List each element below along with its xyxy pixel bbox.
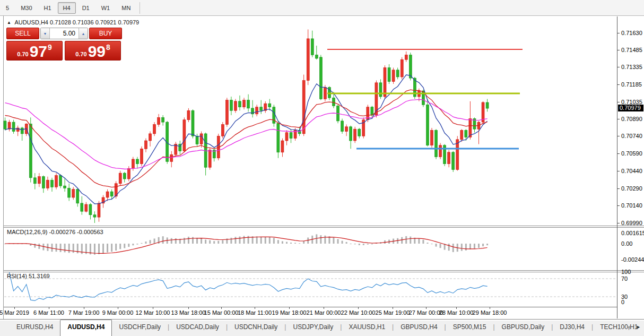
tab-scroll-right-icon[interactable]: ► — [636, 324, 641, 330]
symbol-tab-eurusdh4[interactable]: EURUSD,H4 — [10, 321, 60, 336]
volume-spinner: ▼ 5.00 ▲ — [40, 28, 88, 39]
time-tick — [49, 307, 49, 309]
time-axis-label: 6 Mar 11:00 — [33, 309, 64, 316]
price-axis-label: 0.69990 — [621, 220, 642, 226]
buy-button[interactable]: BUY — [89, 28, 122, 39]
sell-price-pip: 9 — [48, 43, 52, 51]
volume-input[interactable]: 5.00 — [50, 28, 79, 39]
time-tick — [358, 307, 359, 309]
price-axis[interactable]: 0.70979 0.716300.714850.713350.711850.71… — [617, 16, 644, 318]
chart-symbol-label: AUDUSD,H4 — [14, 19, 48, 25]
axis-tick — [617, 102, 620, 102]
symbol-tab-usdchfdaily[interactable]: USDCHF,Daily — [112, 321, 168, 336]
symbol-tab-gbpusdh4[interactable]: GBPUSD,H4 — [394, 321, 444, 336]
axis-tick — [617, 171, 620, 171]
symbol-tab-bar: EURUSD,H4AUDUSD,H4USDCHF,Daily|USDCAD,Da… — [0, 321, 644, 336]
axis-tick — [617, 188, 620, 189]
volume-increase-button[interactable]: ▲ — [79, 28, 88, 39]
symbol-tab-usdcaddaily[interactable]: USDCAD,Daily — [169, 321, 226, 336]
macd-axis-label: 0.00 — [621, 240, 632, 247]
buy-price-prefix: 0.70 — [75, 51, 86, 57]
price-axis-label: 0.71630 — [621, 30, 642, 36]
symbol-tab-xauusdh1[interactable]: XAUUSD,H1 — [342, 321, 392, 336]
time-axis-label: 18 Mar 11:00 — [238, 309, 272, 316]
time-tick — [456, 307, 457, 309]
time-tick — [118, 307, 118, 309]
time-tick — [153, 307, 153, 309]
sell-button[interactable]: SELL — [6, 28, 39, 39]
timeframe-button-w1[interactable]: W1 — [96, 2, 116, 14]
symbol-tab-usdcnhdaily[interactable]: USDCNH,Daily — [228, 321, 284, 336]
chart-window-border — [3, 16, 4, 321]
symbol-tab-usdjpydaily[interactable]: USDJPY,Daily — [286, 321, 340, 336]
buy-price-main: 99 — [88, 44, 106, 59]
pane-separator[interactable] — [4, 272, 644, 272]
time-tick — [84, 307, 84, 309]
price-axis-label: 0.70740 — [621, 133, 642, 139]
timeframe-button-d1[interactable]: D1 — [77, 2, 95, 14]
rsi-value: 51.3169 — [29, 273, 50, 279]
axis-tick — [617, 33, 620, 33]
symbol-tab-dj30h4[interactable]: DJ30,H4 — [553, 321, 591, 336]
time-axis-label: 29 Mar 18:00 — [473, 309, 507, 316]
symbol-tab-sp500m15[interactable]: SP500,M15 — [446, 321, 493, 336]
axis-tick — [617, 153, 620, 154]
pane-separator[interactable] — [4, 270, 644, 271]
buy-price-display[interactable]: 0.70 99 8 — [65, 41, 121, 61]
time-tick — [393, 307, 393, 309]
timeframe-button-m30[interactable]: M30 — [15, 2, 37, 14]
timeframe-button-5[interactable]: 5 — [1, 2, 14, 14]
axis-tick — [617, 84, 620, 85]
time-tick — [289, 307, 290, 309]
timeframe-button-h4[interactable]: H4 — [58, 2, 76, 14]
time-tick — [426, 307, 427, 309]
price-axis-label: 0.71035 — [621, 99, 642, 105]
time-axis[interactable]: 5 Mar 20196 Mar 11:007 Mar 19:009 Mar 00… — [4, 307, 617, 319]
tab-scroll-arrows: ◄ ► — [626, 324, 641, 330]
rsi-axis-label: 100 — [621, 269, 631, 275]
volume-decrease-button[interactable]: ▼ — [41, 28, 50, 39]
time-tick — [188, 307, 189, 309]
axis-tick — [617, 223, 620, 223]
price-axis-label: 0.70440 — [621, 168, 642, 174]
one-click-trading-widget: SELL ▼ 5.00 ▲ BUY 0.70 97 9 0.70 99 8 — [6, 28, 123, 61]
time-tick — [221, 307, 222, 309]
macd-indicator-label: MACD(12,26,9) -0.000276 -0.000563 — [7, 229, 103, 235]
collapse-triangle-icon[interactable]: ▲ — [7, 20, 11, 25]
symbol-tab-gbpusddaily[interactable]: GBPUSD,Daily — [495, 321, 552, 336]
trading-platform-window: 5M30H1H4D1W1MN ▲ AUDUSD,H4 0.71028 0.710… — [0, 0, 644, 336]
macd-values: -0.000276 -0.000563 — [49, 229, 103, 235]
price-axis-label: 0.71335 — [621, 64, 642, 70]
time-axis-label: 27 Mar 00:00 — [409, 309, 443, 316]
timeframe-button-mn[interactable]: MN — [116, 2, 136, 14]
chart-header: ▲ AUDUSD,H4 0.71028 0.71036 0.70921 0.70… — [7, 19, 139, 25]
time-tick — [490, 307, 490, 309]
macd-axis-label: -0.002443 — [621, 256, 644, 263]
price-axis-label: 0.70290 — [621, 185, 642, 192]
axis-tick — [617, 136, 620, 136]
time-axis-label: 19 Mar 18:00 — [272, 309, 307, 316]
price-axis-label: 0.70890 — [621, 116, 642, 122]
symbol-tab-audusdh4[interactable]: AUDUSD,H4 — [60, 320, 112, 336]
axis-tick — [617, 50, 620, 50]
axis-tick — [617, 205, 620, 206]
chart-ohlc-values: 0.71028 0.71036 0.70921 0.70979 — [50, 19, 139, 25]
axis-tick — [617, 67, 620, 67]
time-tick — [14, 307, 15, 309]
pane-separator[interactable] — [4, 226, 644, 226]
time-axis-label: 7 Mar 19:00 — [68, 309, 100, 316]
current-price-marker: 0.70979 — [618, 105, 643, 111]
time-tick — [324, 307, 324, 309]
axis-tick — [617, 119, 620, 119]
rsi-axis-label: 70 — [621, 275, 628, 282]
price-axis-label: 0.70140 — [621, 202, 642, 209]
time-axis-label: 12 Mar 10:00 — [136, 309, 170, 316]
time-tick — [255, 307, 255, 309]
sell-price-display[interactable]: 0.70 97 9 — [6, 41, 63, 61]
time-axis-label: 5 Mar 2019 — [0, 309, 29, 316]
rsi-axis-label: 0 — [621, 299, 624, 305]
timeframe-button-h1[interactable]: H1 — [39, 2, 57, 14]
pane-separator[interactable] — [4, 227, 644, 228]
toolbar-separator — [140, 2, 140, 14]
tab-scroll-left-icon[interactable]: ◄ — [626, 324, 631, 330]
